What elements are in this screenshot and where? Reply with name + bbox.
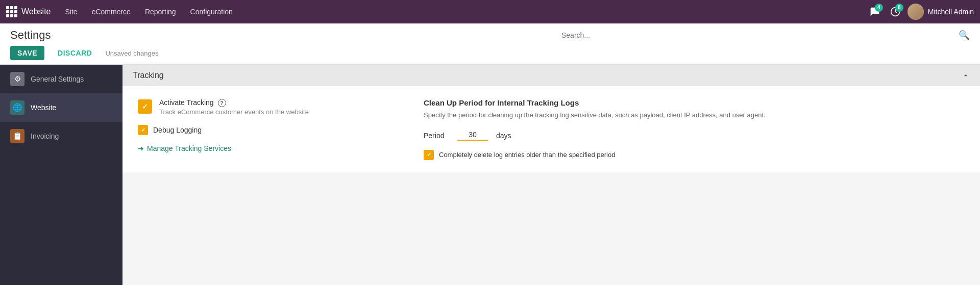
checkmark-icon: ✓	[142, 102, 148, 111]
tracking-left-column: ✓ Activate Tracking ? Track eCommerce cu…	[138, 98, 393, 160]
nav-ecommerce[interactable]: eCommerce	[86, 5, 137, 19]
tracking-section-header: Tracking	[122, 65, 980, 86]
unsaved-changes-label: Unsaved changes	[105, 49, 158, 57]
tasks-button[interactable]: 8	[887, 4, 903, 20]
sidebar-item-website[interactable]: 🌐 Website	[0, 93, 122, 122]
section-title: Tracking	[133, 71, 164, 80]
search-icon[interactable]: 🔍	[959, 30, 970, 41]
debug-logging-row: ✓ Debug Logging	[138, 125, 393, 135]
debug-checkmark-icon: ✓	[141, 127, 145, 134]
activate-tracking-row: ✓ Activate Tracking ? Track eCommerce cu…	[138, 98, 393, 116]
content-area: Tracking ✓ Activate Tracking ? Track eCo	[122, 65, 980, 285]
period-label: Period	[424, 132, 449, 140]
period-input[interactable]	[457, 131, 488, 141]
activate-tracking-content: Activate Tracking ? Track eCommerce cust…	[159, 98, 309, 116]
toolbar: SAVE DISCARD Unsaved changes	[10, 46, 970, 64]
activate-tracking-label: Activate Tracking	[159, 98, 214, 107]
sidebar-item-label: General Settings	[31, 75, 84, 83]
nav-reporting[interactable]: Reporting	[139, 5, 182, 19]
app-name: Website	[21, 7, 51, 16]
search-bar: 🔍	[561, 30, 970, 41]
app-logo[interactable]: Website	[6, 6, 51, 17]
tasks-badge: 8	[895, 4, 903, 12]
manage-tracking-label: Manage Tracking Services	[147, 144, 231, 152]
messages-button[interactable]: 4	[867, 4, 883, 20]
sidebar: ⚙ General Settings 🌐 Website 📋 Invoicing	[0, 65, 122, 285]
activate-tracking-desc: Track eCommerce customer events on the w…	[159, 108, 309, 116]
globe-icon: 🌐	[10, 100, 24, 115]
cleanup-title: Clean Up Period for Internal Tracking Lo…	[424, 98, 965, 107]
page-title: Settings	[10, 29, 51, 42]
discard-button[interactable]: DISCARD	[51, 46, 99, 60]
period-input-wrap	[457, 131, 488, 141]
sidebar-item-label: Website	[31, 103, 56, 112]
topnav-actions: 4 8 Mitchell Admin	[867, 4, 974, 20]
delete-checkmark-icon: ✓	[427, 151, 431, 158]
nav-site[interactable]: Site	[59, 5, 84, 19]
activate-tracking-label-row: Activate Tracking ?	[159, 98, 309, 107]
delete-label: Completely delete log entries older than…	[439, 151, 615, 159]
delete-row: ✓ Completely delete log entries older th…	[424, 150, 965, 160]
period-unit: days	[496, 132, 511, 140]
invoice-icon: 📋	[10, 129, 24, 143]
sidebar-item-invoicing[interactable]: 📋 Invoicing	[0, 122, 122, 150]
delete-checkbox[interactable]: ✓	[424, 150, 434, 160]
avatar[interactable]	[908, 4, 924, 20]
activate-tracking-checkbox[interactable]: ✓	[138, 99, 152, 114]
cleanup-desc: Specify the period for cleaning up the t…	[424, 110, 965, 120]
save-button[interactable]: SAVE	[10, 46, 44, 60]
collapse-icon[interactable]	[962, 71, 970, 80]
main-layout: ⚙ General Settings 🌐 Website 📋 Invoicing…	[0, 65, 980, 285]
nav-configuration[interactable]: Configuration	[184, 5, 239, 19]
page-header: Settings 🔍 SAVE DISCARD Unsaved changes	[0, 23, 980, 65]
gear-icon: ⚙	[10, 72, 24, 86]
debug-logging-label: Debug Logging	[153, 126, 202, 134]
top-menu: Site eCommerce Reporting Configuration	[59, 5, 239, 19]
search-input[interactable]	[561, 31, 959, 39]
messages-badge: 4	[875, 4, 883, 12]
arrow-right-icon: ➜	[138, 144, 144, 152]
user-name[interactable]: Mitchell Admin	[928, 8, 974, 16]
grid-icon	[6, 6, 17, 17]
section-body: ✓ Activate Tracking ? Track eCommerce cu…	[122, 86, 980, 172]
debug-logging-checkbox[interactable]: ✓	[138, 125, 148, 135]
period-row: Period days	[424, 131, 965, 141]
top-navigation: Website Site eCommerce Reporting Configu…	[0, 0, 980, 23]
sidebar-item-general-settings[interactable]: ⚙ General Settings	[0, 65, 122, 93]
help-icon[interactable]: ?	[218, 99, 226, 107]
tracking-right-column: Clean Up Period for Internal Tracking Lo…	[424, 98, 965, 160]
manage-tracking-link[interactable]: ➜ Manage Tracking Services	[138, 144, 393, 152]
sidebar-item-label: Invoicing	[31, 132, 59, 140]
